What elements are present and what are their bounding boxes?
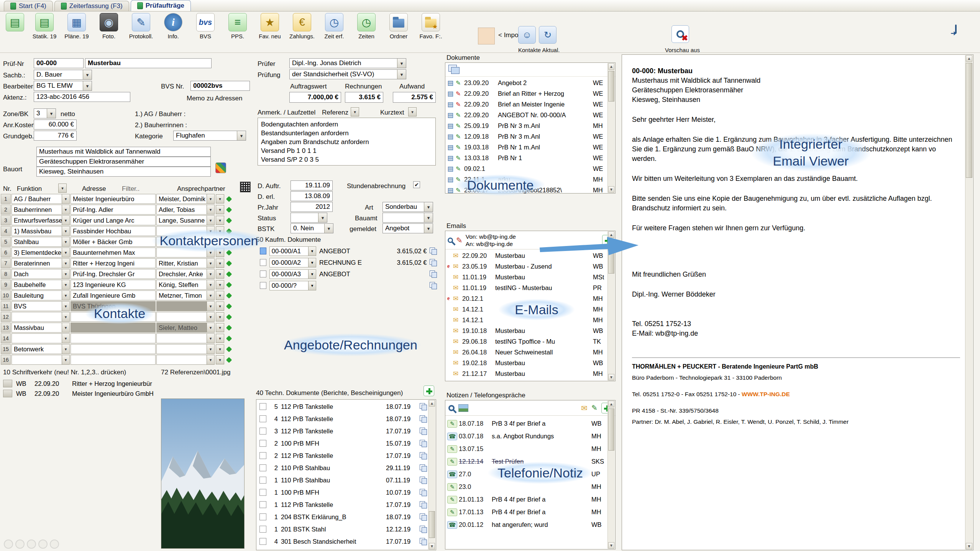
funktion-combo[interactable]: Bauleitung bbox=[11, 290, 70, 300]
techn-doc-row[interactable]: 4 301 Besch Standsicherheit 17.07.19 bbox=[256, 535, 428, 548]
adresse-cell[interactable] bbox=[71, 333, 156, 343]
scroll-down-icon[interactable]: ▼ bbox=[608, 186, 614, 193]
kaufm-checkbox[interactable] bbox=[260, 259, 266, 266]
kaufm-row[interactable]: 00-000/? bbox=[256, 280, 436, 291]
toolbar-button[interactable]: ◷ Zeiten bbox=[350, 13, 382, 39]
referenz-combo[interactable] bbox=[351, 107, 359, 116]
tab[interactable]: Zeiterfassung (F3) bbox=[54, 1, 129, 11]
techn-doc-row[interactable]: 2 100 PrB MFH 15.07.19 bbox=[256, 437, 428, 449]
tab[interactable]: Prüfaufträge bbox=[131, 0, 191, 11]
copy-icon[interactable] bbox=[420, 538, 427, 545]
contacts-icon[interactable]: ☺ bbox=[518, 26, 536, 44]
partner-combo[interactable] bbox=[156, 226, 215, 236]
funktion-combo[interactable]: Baubehelfe bbox=[11, 280, 70, 290]
copy-icon[interactable] bbox=[420, 428, 427, 435]
note-row[interactable]: 12.12.14 Test Prüfen SKS bbox=[445, 455, 607, 468]
row-combo[interactable] bbox=[216, 355, 224, 364]
palette-icon[interactable] bbox=[215, 162, 226, 173]
scroll-thumb[interactable] bbox=[429, 511, 435, 538]
bauort-box[interactable]: Musterhaus mit Waldblick auf TannenwaldG… bbox=[36, 147, 211, 177]
adresse-cell[interactable] bbox=[71, 323, 156, 333]
bauort-line[interactable]: Geräteschuppen Elektrorasenmäher bbox=[36, 157, 211, 167]
techn-doc-row[interactable]: 1 204 BSTK Erklärung_B 18.07.19 bbox=[256, 511, 428, 523]
row-combo[interactable] bbox=[216, 344, 224, 354]
techn-doc-row[interactable]: 2 112 PrB Tankstelle 17.07.19 bbox=[256, 449, 428, 462]
document-row[interactable]: 22.09.20 ANGEBOT Nr. 00-000/A WE bbox=[445, 110, 607, 120]
row-combo[interactable] bbox=[216, 280, 224, 289]
adresse-cell[interactable] bbox=[71, 355, 156, 365]
partner-combo[interactable]: König, Steffen bbox=[156, 280, 215, 290]
adresse-cell[interactable]: Meister Ingenieurbüro bbox=[71, 194, 156, 204]
partner-combo[interactable]: Drechsler, Anke bbox=[156, 269, 215, 279]
bauort-line[interactable]: Musterhaus mit Waldblick auf Tannenwald bbox=[36, 147, 211, 157]
row-combo[interactable] bbox=[216, 237, 224, 246]
note-row[interactable]: 20.01.12 hat angerufen; wurd WB bbox=[445, 518, 607, 531]
qr-icon[interactable] bbox=[240, 182, 251, 192]
adresse-cell[interactable]: 123 Ingenieure KG bbox=[71, 280, 156, 290]
email-row[interactable]: 11.01.19 testING - Musterbau PR bbox=[445, 282, 607, 293]
copy-icon[interactable] bbox=[420, 489, 427, 496]
zone-combo[interactable]: 3 bbox=[34, 108, 56, 118]
scroll-down-icon[interactable]: ▼ bbox=[429, 543, 435, 549]
copy-icon[interactable] bbox=[430, 271, 436, 277]
techn-checkbox[interactable] bbox=[259, 440, 266, 447]
mail-note-icon[interactable] bbox=[581, 403, 588, 413]
pruefer-combo[interactable]: Dipl.-Ing. Jonas Dietrich bbox=[289, 58, 406, 68]
copy-icon[interactable] bbox=[430, 259, 436, 266]
contact-row[interactable]: 9 Baubehelfe 123 Ingenieure KG König, St… bbox=[1, 279, 252, 290]
adresse-cell[interactable] bbox=[71, 344, 156, 354]
funktion-combo[interactable]: Betonwerk bbox=[11, 344, 70, 354]
funktion-combo[interactable]: 3) Elementdecker bbox=[11, 248, 70, 257]
techn-checkbox[interactable] bbox=[259, 452, 266, 459]
funktion-combo[interactable] bbox=[11, 333, 70, 343]
email-row[interactable]: 20.12.1 MH bbox=[445, 293, 607, 304]
footer-icon[interactable] bbox=[15, 540, 25, 549]
partner-combo[interactable] bbox=[156, 333, 215, 343]
kaufm-checkbox[interactable] bbox=[260, 248, 266, 254]
status-combo[interactable] bbox=[291, 213, 327, 223]
kaufm-code-combo[interactable]: 00-000/? bbox=[269, 281, 316, 290]
email-row[interactable]: 11.01.19 Musterbau MSt bbox=[445, 272, 607, 282]
toolbar-button[interactable]: bvs BVS bbox=[189, 13, 222, 39]
techn-doc-row[interactable]: 1 100 PrB MFH 10.07.19 bbox=[256, 486, 428, 499]
copy-icon[interactable] bbox=[420, 440, 427, 447]
partner-combo[interactable] bbox=[156, 301, 215, 311]
toolbar-button[interactable]: ▦ Pläne. 19 bbox=[61, 13, 93, 39]
techn-doc-row[interactable]: 1 112 PrB Tankstelle 17.07.19 bbox=[256, 499, 428, 511]
email-row[interactable]: 26.04.18 Neuer Schweinestall MH bbox=[445, 347, 607, 357]
anmerk-textarea[interactable]: Bodengutachten anfordernBestandsunterlag… bbox=[258, 118, 436, 166]
row-combo[interactable] bbox=[216, 205, 224, 214]
row-combo[interactable] bbox=[216, 248, 224, 257]
note-row[interactable]: 27.0 UP bbox=[445, 468, 607, 480]
funktion-combo[interactable]: Dach bbox=[11, 269, 70, 279]
bauort-line[interactable]: Kiesweg, Steinhausen bbox=[36, 167, 211, 177]
contact-row[interactable]: 10 Bauleitung Zufall Ingenieure Gmb Metz… bbox=[1, 290, 252, 301]
techn-checkbox[interactable] bbox=[259, 415, 266, 422]
scroll-up-icon[interactable]: ▲ bbox=[608, 231, 614, 238]
scroll-down-icon[interactable]: ▼ bbox=[608, 374, 614, 380]
techn-checkbox[interactable] bbox=[259, 464, 266, 471]
copy-icon[interactable] bbox=[430, 248, 436, 254]
email-row[interactable]: 14.12.1 MH bbox=[445, 304, 607, 315]
adresse-cell[interactable]: Bauunternehmen Max bbox=[71, 248, 156, 257]
techn-checkbox[interactable] bbox=[259, 428, 266, 435]
contact-row[interactable]: 13 Massivbau Sieler, Matteo bbox=[1, 322, 252, 333]
funktion-filter-combo[interactable] bbox=[58, 184, 67, 193]
funktion-combo[interactable]: AG / Bauherr bbox=[11, 194, 70, 204]
anrkosten-input[interactable] bbox=[34, 120, 77, 130]
prjahr-input[interactable] bbox=[291, 202, 333, 212]
sachb-combo[interactable]: D. Bauer bbox=[34, 70, 92, 80]
techn-doc-row[interactable]: 3 112 PrB Tankstelle 17.07.19 bbox=[256, 425, 428, 437]
note-row[interactable]: 03.07.18 s.a. Angbot Rundungs MH bbox=[445, 430, 607, 443]
grundgeb-input[interactable] bbox=[34, 131, 77, 141]
notizen-scrollbar[interactable]: ▲ ▼ bbox=[607, 401, 615, 549]
scroll-up-icon[interactable]: ▲ bbox=[608, 63, 614, 70]
funktion-combo[interactable] bbox=[11, 312, 70, 322]
gemeldet-combo[interactable]: Angebot bbox=[382, 223, 433, 233]
row-combo[interactable] bbox=[216, 291, 224, 300]
techn-checkbox[interactable] bbox=[259, 526, 266, 533]
copy-icon[interactable] bbox=[420, 477, 427, 484]
toolbar-button[interactable]: ★ Favo. F:. bbox=[415, 13, 447, 39]
toolbar-button[interactable]: ★ Fav. neu bbox=[254, 13, 286, 39]
partner-combo[interactable]: Lange, Susanne bbox=[156, 215, 215, 225]
